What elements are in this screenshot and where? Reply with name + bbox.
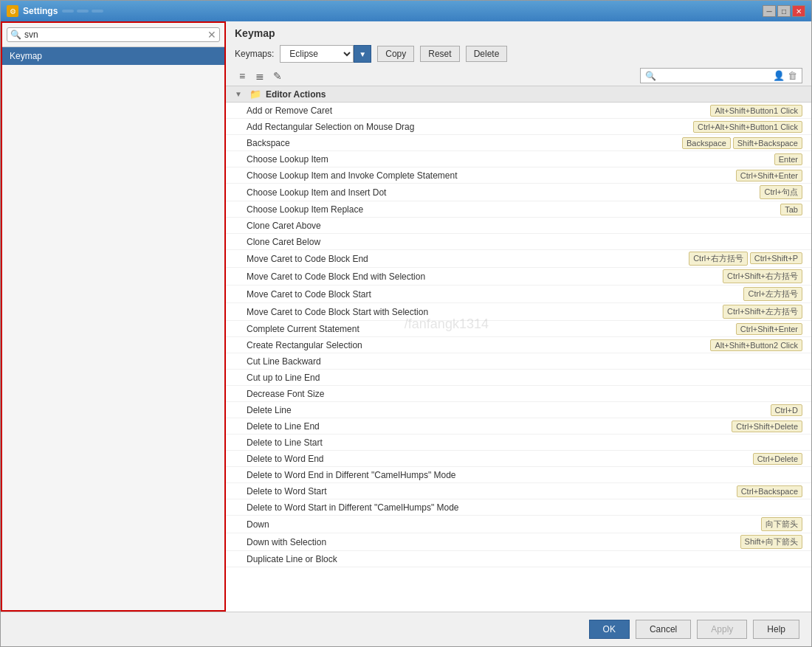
ok-button[interactable]: OK (589, 620, 630, 639)
action-shortcut: Ctrl+句点 (757, 185, 802, 199)
action-name: Cut Line Backward (247, 356, 802, 367)
action-shortcut: Ctrl+Shift+Enter (734, 323, 802, 335)
category-icon: 📁 (250, 89, 261, 100)
table-row[interactable]: Decrease Font Size (226, 386, 811, 402)
apply-button[interactable]: Apply (697, 620, 747, 639)
action-name: Move Caret to Code Block End (247, 254, 687, 264)
action-name: Delete to Word Start in Different "Camel… (247, 502, 802, 513)
table-row[interactable]: Delete to Word End Ctrl+Delete (226, 451, 811, 467)
table-row[interactable]: Duplicate Line or Block (226, 551, 811, 567)
action-name: Decrease Font Size (247, 389, 802, 399)
table-row[interactable]: Clone Caret Above (226, 218, 811, 234)
table-row[interactable]: Down with Selection Shift+向下箭头 (226, 533, 811, 551)
toolbar-icon-3[interactable]: ✎ (270, 69, 285, 83)
footer: OK Cancel Apply Help (1, 612, 811, 646)
expand-arrow-icon: ▼ (235, 90, 242, 98)
action-search-wrapper[interactable]: 🔍 👤 🗑 (640, 68, 802, 83)
action-name: Delete to Word End (247, 454, 751, 464)
delete-button[interactable]: Delete (466, 46, 508, 62)
window-controls: ─ □ ✕ (763, 5, 805, 17)
table-row[interactable]: Move Caret to Code Block End with Select… (226, 268, 811, 286)
panel-title: Keymap (226, 21, 811, 42)
table-row[interactable]: Complete Current Statement Ctrl+Shift+En… (226, 321, 811, 337)
table-row[interactable]: Down 向下箭头 (226, 516, 811, 533)
action-shortcut: 向下箭头 (759, 517, 802, 531)
minimize-button[interactable]: ─ (763, 5, 776, 17)
toolbar-icon-1[interactable]: ≡ (235, 69, 250, 83)
table-row[interactable]: Add or Remove Caret Alt+Shift+Button1 Cl… (226, 103, 811, 119)
category-label: Editor Actions (266, 89, 326, 100)
action-name: Down with Selection (247, 537, 738, 547)
table-row[interactable]: Delete to Line End Ctrl+Shift+Delete (226, 418, 811, 435)
action-name: Create Rectangular Selection (247, 340, 708, 350)
action-search-input[interactable] (659, 71, 773, 81)
table-row[interactable]: Move Caret to Code Block End Ctrl+右方括号Ct… (226, 250, 811, 268)
table-row[interactable]: Choose Lookup Item Enter (226, 151, 811, 167)
table-row[interactable]: Backspace BackspaceShift+Backspace (226, 135, 811, 151)
table-row[interactable]: Choose Lookup Item Replace Tab (226, 201, 811, 218)
action-name: Delete to Word Start (247, 486, 734, 497)
table-row[interactable]: Move Caret to Code Block Start with Sele… (226, 303, 811, 321)
keymap-select[interactable]: Eclipse (280, 45, 354, 63)
table-row[interactable]: Cut Line Backward (226, 353, 811, 370)
reset-button[interactable]: Reset (420, 46, 459, 62)
table-row[interactable]: Delete to Line Start (226, 435, 811, 451)
close-button[interactable]: ✕ (792, 5, 805, 17)
table-row[interactable]: Add Rectangular Selection on Mouse Drag … (226, 119, 811, 135)
action-name: Add or Remove Caret (247, 105, 708, 116)
keymap-controls: Keymaps: Eclipse ▼ Copy Reset Delete (226, 42, 811, 66)
table-row[interactable]: Create Rectangular Selection Alt+Shift+B… (226, 337, 811, 353)
action-shortcut: Ctrl+左方括号 (741, 287, 802, 301)
table-row[interactable]: Clone Caret Below (226, 234, 811, 250)
action-shortcut: Ctrl+Shift+Delete (729, 421, 802, 432)
toolbar-icon-2[interactable]: ≣ (252, 69, 267, 83)
search-input-wrapper[interactable]: 🔍 ✕ (7, 27, 220, 42)
title-tab-3[interactable] (92, 10, 103, 13)
action-name: Delete to Word End in Different "CamelHu… (247, 470, 802, 480)
cancel-button[interactable]: Cancel (636, 620, 691, 639)
title-tab-2[interactable] (77, 10, 89, 13)
table-row[interactable]: Delete to Word Start Ctrl+Backspace (226, 483, 811, 499)
title-tab-1[interactable] (62, 10, 74, 13)
table-row[interactable]: Delete to Word End in Different "CamelHu… (226, 467, 811, 483)
trash-icon: 🗑 (788, 70, 797, 81)
action-shortcut: Ctrl+Shift+Enter (734, 170, 802, 181)
table-row[interactable]: Choose Lookup Item and Insert Dot Ctrl+句… (226, 184, 811, 201)
action-name: Move Caret to Code Block Start with Sele… (247, 307, 720, 317)
toolbar-row: ≡ ≣ ✎ 🔍 👤 🗑 (226, 66, 811, 86)
help-button[interactable]: Help (753, 620, 799, 639)
action-shortcut: Ctrl+右方括号Ctrl+Shift+P (687, 252, 802, 266)
action-name: Down (247, 519, 759, 530)
action-shortcut: Ctrl+D (768, 404, 802, 416)
user-icon: 👤 (773, 70, 785, 81)
right-panel: Keymap Keymaps: Eclipse ▼ Copy Reset Del… (226, 21, 811, 612)
action-shortcut: Shift+向下箭头 (738, 535, 802, 549)
window-title: Settings (23, 6, 58, 16)
copy-button[interactable]: Copy (377, 46, 414, 62)
action-shortcut: Ctrl+Shift+左方括号 (720, 305, 802, 319)
maximize-button[interactable]: □ (777, 5, 791, 17)
keymap-dropdown-button[interactable]: ▼ (354, 45, 371, 63)
action-shortcut: Alt+Shift+Button2 Click (708, 339, 802, 351)
title-tabs (62, 10, 103, 13)
table-row[interactable]: Move Caret to Code Block Start Ctrl+左方括号 (226, 286, 811, 303)
search-input[interactable] (24, 30, 207, 40)
action-shortcut: Tab (778, 204, 802, 215)
table-row[interactable]: Delete to Word Start in Different "Camel… (226, 499, 811, 516)
sidebar-list: Keymap (2, 47, 224, 610)
table-row[interactable]: Delete Line Ctrl+D (226, 402, 811, 418)
search-clear-icon[interactable]: ✕ (207, 30, 216, 40)
keymap-label: Keymaps: (235, 49, 274, 59)
table-row[interactable]: Cut up to Line End (226, 370, 811, 386)
category-row-editor-actions[interactable]: ▼ 📁 Editor Actions (226, 86, 811, 103)
action-name: Delete Line (247, 405, 768, 415)
action-shortcut: Ctrl+Alt+Shift+Button1 Click (691, 121, 802, 133)
table-row[interactable]: Choose Lookup Item and Invoke Complete S… (226, 167, 811, 184)
action-name: Complete Current Statement (247, 324, 734, 334)
action-shortcut: Ctrl+Shift+右方括号 (720, 269, 802, 283)
actions-table: ▼ 📁 Editor Actions Add or Remove Caret A… (226, 86, 811, 612)
app-icon: ⚙ (7, 5, 18, 17)
action-name: Move Caret to Code Block Start (247, 289, 741, 300)
action-name: Move Caret to Code Block End with Select… (247, 271, 720, 282)
sidebar-item-keymap[interactable]: Keymap (2, 47, 224, 65)
